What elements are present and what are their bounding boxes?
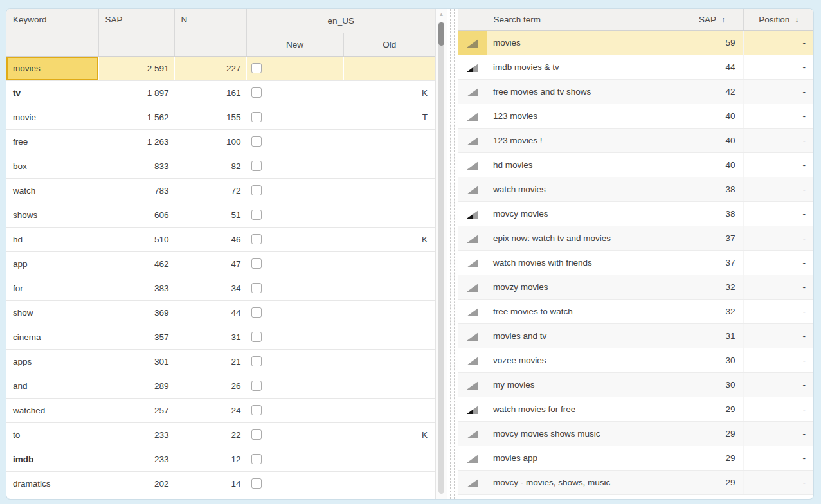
vertical-scrollbar[interactable]: ▲ <box>435 9 447 499</box>
keyword-row[interactable]: movies2 591227 <box>6 56 435 80</box>
checkbox-unchecked[interactable] <box>251 381 262 391</box>
keyword-cell[interactable]: box <box>6 154 98 178</box>
search-term-row[interactable]: free movies and tv shows42- <box>458 80 813 104</box>
checkbox-unchecked[interactable] <box>251 478 262 489</box>
checkbox-unchecked[interactable] <box>251 454 262 464</box>
keyword-row[interactable]: and28926 <box>6 374 435 398</box>
search-term-row[interactable]: movies app29- <box>458 446 813 471</box>
checkbox-unchecked[interactable] <box>251 356 262 366</box>
keyword-cell[interactable]: hd <box>6 227 98 251</box>
checkbox-unchecked[interactable] <box>251 161 262 171</box>
column-header-sap[interactable]: SAP <box>98 9 174 56</box>
column-header-old[interactable]: Old <box>343 33 435 56</box>
keyword-cell[interactable]: free <box>6 129 98 154</box>
keyword-cell[interactable]: imdb <box>6 447 98 471</box>
search-term-row[interactable]: movies59- <box>458 31 813 55</box>
keyword-row[interactable]: watch78372 <box>6 178 435 203</box>
checkbox-unchecked[interactable] <box>251 234 262 244</box>
keyword-row[interactable]: box83382 <box>6 154 435 178</box>
search-term-cell[interactable]: movies and tv <box>487 324 681 348</box>
keyword-row[interactable]: to23322K <box>6 422 435 447</box>
keyword-cell[interactable]: shows <box>6 203 98 227</box>
column-header-n[interactable]: N <box>174 9 246 56</box>
keyword-row[interactable]: imdb23312 <box>6 447 435 471</box>
column-header-search-term[interactable]: Search term <box>487 9 681 31</box>
search-term-row[interactable]: watch movies with friends37- <box>458 251 813 275</box>
column-group-locale[interactable]: en_US <box>246 9 435 33</box>
search-term-row[interactable]: imdb movies & tv44- <box>458 55 813 80</box>
keyword-cell[interactable]: tv <box>6 80 98 105</box>
keyword-row[interactable]: show36944 <box>6 300 435 325</box>
column-header-rank-icon[interactable] <box>458 9 487 31</box>
column-header-keyword[interactable]: Keyword <box>6 9 98 56</box>
keyword-cell[interactable]: dramatics <box>6 471 98 496</box>
keyword-row[interactable]: movie1 562155T <box>6 105 435 129</box>
scrollbar-track[interactable] <box>438 22 444 494</box>
keyword-row[interactable]: shows60651 <box>6 203 435 227</box>
search-term-row[interactable]: 123 movies40- <box>458 104 813 129</box>
search-term-cell[interactable]: movcy movies shows music <box>487 422 681 446</box>
search-term-row[interactable]: 123 movies !40- <box>458 129 813 153</box>
search-term-cell[interactable]: movcy movies <box>487 202 681 226</box>
keyword-cell[interactable]: movies <box>6 56 98 80</box>
search-term-cell[interactable]: 123 movies <box>487 104 681 129</box>
keyword-cell[interactable]: watched <box>6 398 98 422</box>
checkbox-unchecked[interactable] <box>251 405 262 415</box>
checkbox-unchecked[interactable] <box>251 258 262 269</box>
scroll-up-button[interactable]: ▲ <box>436 12 447 17</box>
keyword-cell[interactable]: watch <box>6 178 98 203</box>
search-term-cell[interactable]: vozee movies <box>487 348 681 373</box>
search-term-row[interactable]: epix now: watch tv and movies37- <box>458 226 813 251</box>
checkbox-unchecked[interactable] <box>251 185 262 195</box>
keyword-cell[interactable]: show <box>6 300 98 325</box>
column-header-position[interactable]: Position↓ <box>743 9 813 31</box>
search-term-cell[interactable]: watch movies for free <box>487 397 681 422</box>
checkbox-unchecked[interactable] <box>251 112 262 122</box>
checkbox-unchecked[interactable] <box>251 87 262 98</box>
search-term-row[interactable]: movies and tv31- <box>458 324 813 348</box>
checkbox-unchecked[interactable] <box>251 283 262 293</box>
keyword-row[interactable]: dramatics20214 <box>6 471 435 496</box>
checkbox-unchecked[interactable] <box>251 210 262 220</box>
keyword-row[interactable]: watched25724 <box>6 398 435 422</box>
keyword-cell[interactable]: apps <box>6 349 98 374</box>
search-term-row[interactable]: hd movies40- <box>458 153 813 177</box>
column-header-new[interactable]: New <box>246 33 343 56</box>
search-term-cell[interactable]: 123 movies ! <box>487 129 681 153</box>
checkbox-unchecked[interactable] <box>251 307 262 318</box>
keyword-row[interactable]: apps30121 <box>6 349 435 374</box>
search-term-row[interactable]: movcy - movies, shows, music29- <box>458 471 813 495</box>
keyword-row[interactable]: hd51046K <box>6 227 435 251</box>
keyword-row[interactable]: for38334 <box>6 276 435 300</box>
keyword-row[interactable]: free1 263100 <box>6 129 435 154</box>
search-term-cell[interactable]: watch movies with friends <box>487 251 681 275</box>
keyword-cell[interactable]: movie <box>6 105 98 129</box>
search-term-cell[interactable]: movies <box>487 31 681 55</box>
keyword-cell[interactable]: to <box>6 422 98 447</box>
search-term-row[interactable]: watch movies38- <box>458 177 813 202</box>
checkbox-unchecked[interactable] <box>251 332 262 342</box>
search-term-row[interactable]: watch movies for free29- <box>458 397 813 422</box>
keyword-cell[interactable]: and <box>6 374 98 398</box>
checkbox-unchecked[interactable] <box>251 136 262 147</box>
search-term-row[interactable]: my movies30- <box>458 373 813 397</box>
search-term-cell[interactable]: movzy movies <box>487 275 681 300</box>
keyword-row[interactable]: tv1 897161K <box>6 80 435 105</box>
keyword-cell[interactable]: app <box>6 251 98 276</box>
checkbox-unchecked[interactable] <box>251 63 262 73</box>
checkbox-unchecked[interactable] <box>251 429 262 440</box>
panel-splitter[interactable] <box>447 9 458 499</box>
keyword-cell[interactable]: for <box>6 276 98 300</box>
keyword-row[interactable]: app46247 <box>6 251 435 276</box>
keyword-row[interactable]: cinema35731 <box>6 325 435 349</box>
column-header-sap-right[interactable]: SAP↑ <box>681 9 743 31</box>
keyword-cell[interactable]: cinema <box>6 325 98 349</box>
search-term-row[interactable]: vozee movies30- <box>458 348 813 373</box>
search-term-cell[interactable]: free movies to watch <box>487 300 681 324</box>
search-term-cell[interactable]: free movies and tv shows <box>487 80 681 104</box>
search-term-cell[interactable]: imdb movies & tv <box>487 55 681 80</box>
search-term-row[interactable]: movcy movies shows music29- <box>458 422 813 446</box>
search-term-cell[interactable]: epix now: watch tv and movies <box>487 226 681 251</box>
search-term-cell[interactable]: movcy - movies, shows, music <box>487 471 681 495</box>
search-term-cell[interactable]: my movies <box>487 373 681 397</box>
